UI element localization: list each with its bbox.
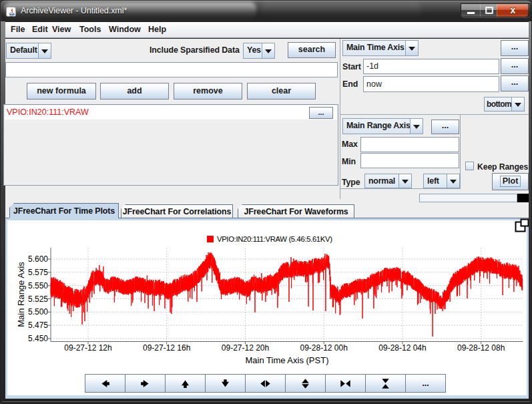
svg-text:Main Range Axis: Main Range Axis xyxy=(16,262,26,327)
svg-text:VPIO:IN20:111:VRAW (5.46:5.61K: VPIO:IN20:111:VRAW (5.46:5.61KV) xyxy=(217,235,332,243)
svg-text:09-28-12 00h: 09-28-12 00h xyxy=(300,343,348,353)
svg-text:5.575: 5.575 xyxy=(28,268,48,277)
svg-text:Main Time Axis (PST): Main Time Axis (PST) xyxy=(246,355,329,365)
svg-text:5.525: 5.525 xyxy=(28,294,48,304)
svg-text:x: x xyxy=(511,6,516,15)
svg-text:09-27-12 12h: 09-27-12 12h xyxy=(64,343,111,353)
svg-text:09-28-12 08h: 09-28-12 08h xyxy=(457,343,505,353)
svg-text:09-27-12 16h: 09-27-12 16h xyxy=(143,343,190,353)
svg-text:09-28-12 04h: 09-28-12 04h xyxy=(378,343,426,353)
svg-text:5.450: 5.450 xyxy=(28,334,48,343)
svg-text:5.550: 5.550 xyxy=(28,281,48,290)
svg-text:5.600: 5.600 xyxy=(28,254,48,264)
svg-text:5.500: 5.500 xyxy=(28,307,48,317)
svg-text:5.475: 5.475 xyxy=(28,321,48,330)
svg-text:09-27-12 20h: 09-27-12 20h xyxy=(222,343,269,353)
